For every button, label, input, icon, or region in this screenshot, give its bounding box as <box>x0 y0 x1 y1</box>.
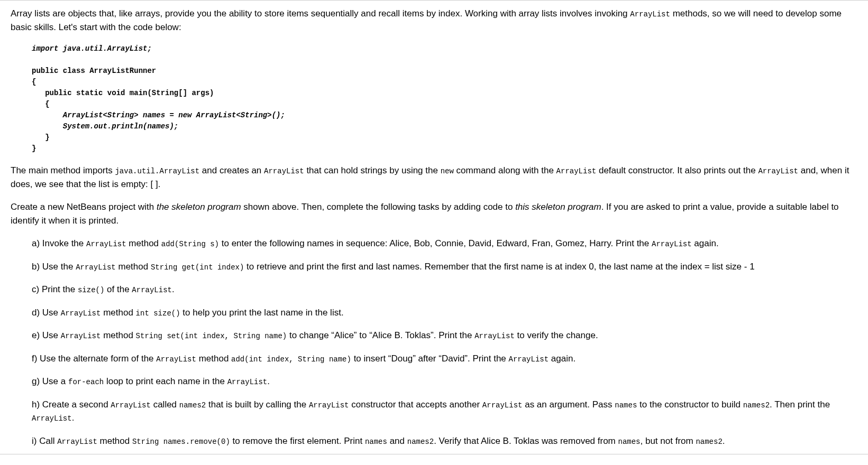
text: a) Invoke the <box>32 238 86 248</box>
text: c) Print the <box>32 284 78 294</box>
code: ArrayList <box>132 286 172 294</box>
text: . <box>172 284 175 294</box>
text: to enter the following names in sequence… <box>219 238 652 248</box>
text: to the constructor to build <box>637 399 743 410</box>
text: . Verify that Alice B. Toklas was remove… <box>434 436 618 446</box>
text: b) Use the <box>32 262 76 272</box>
text: constructor that accepts another <box>349 399 482 410</box>
task-a: a) Invoke the ArrayList method add(Strin… <box>32 237 857 250</box>
intro-text: Array lists are objects that, like array… <box>11 8 630 18</box>
text: of the <box>104 284 132 294</box>
text: method <box>126 238 161 248</box>
text: h) Create a second <box>32 399 111 410</box>
text: , but not from <box>641 436 696 446</box>
code-line: System.out.println(names); <box>32 122 178 131</box>
code: names2 <box>743 401 770 410</box>
text: to remove the first element. Print <box>230 436 365 446</box>
text: . <box>267 376 270 386</box>
code: ArrayList <box>61 309 101 318</box>
code: names <box>615 401 637 410</box>
code: String names.remove(0) <box>132 438 230 446</box>
code: ArrayList <box>474 332 515 340</box>
text: and creates an <box>199 165 264 175</box>
text: method <box>97 436 132 446</box>
code-line: } <box>32 144 36 153</box>
code: ArrayList <box>482 401 523 410</box>
text: e) Use <box>32 330 61 340</box>
code: ArrayList <box>156 355 196 364</box>
code: names <box>618 438 640 446</box>
code: ArrayList <box>76 263 116 272</box>
code: String set(int index, String name) <box>136 332 287 340</box>
code-arraylist: ArrayList <box>630 10 670 18</box>
code-line: { <box>32 100 50 108</box>
code: names2 <box>696 438 722 446</box>
text: to help you print the last name in the l… <box>180 308 344 318</box>
code-line: import java.util.ArrayList; <box>32 44 152 53</box>
text: g) Use a <box>32 376 68 386</box>
code-new: new <box>441 167 454 175</box>
text: f) Use the alternate form of the <box>32 354 156 364</box>
code-arraylist: ArrayList <box>264 167 304 175</box>
task-c: c) Print the size() of the ArrayList. <box>32 283 857 296</box>
text: as an argument. Pass <box>522 399 615 410</box>
code: ArrayList <box>652 240 692 248</box>
code-line: public static void main(String[] args) <box>32 89 214 97</box>
skeleton-code-block: import java.util.ArrayList; public class… <box>32 43 857 154</box>
text: . Then print the <box>770 399 830 410</box>
code: size() <box>78 286 104 294</box>
code-arraylist: ArrayList <box>556 167 597 175</box>
code: ArrayList <box>57 438 97 446</box>
code: names2 <box>179 401 206 410</box>
code-line: } <box>32 133 50 142</box>
code: add(String s) <box>161 240 219 248</box>
task-e: e) Use ArrayList method String set(int i… <box>32 329 857 342</box>
code: ArrayList <box>86 240 126 248</box>
code-line: ArrayList<String> names = new ArrayList<… <box>32 111 285 119</box>
italic-text: this skeleton program <box>515 202 601 212</box>
text: method <box>100 308 135 318</box>
text: to change “Alice” to “Alice B. Toklas”. … <box>287 330 474 340</box>
code: String get(int index) <box>151 263 244 272</box>
text: . <box>723 436 725 446</box>
code-arraylist: ArrayList <box>758 167 798 175</box>
code: ArrayList <box>111 401 151 410</box>
code-import: java.util.ArrayList <box>115 167 199 175</box>
code: add(int index, String name) <box>231 355 351 364</box>
text: method <box>116 262 151 272</box>
text: i) Call <box>32 436 57 446</box>
explain-paragraph: The main method imports java.util.ArrayL… <box>11 164 857 191</box>
italic-text: the skeleton program <box>157 202 241 212</box>
code: names2 <box>407 438 434 446</box>
text: method <box>100 330 135 340</box>
text: default constructor. It also prints out … <box>596 165 758 175</box>
code: for-each <box>68 378 104 386</box>
text: called <box>151 399 179 410</box>
task-g: g) Use a for-each loop to print each nam… <box>32 375 857 388</box>
text: shown above. Then, complete the followin… <box>241 202 516 212</box>
intro-paragraph: Array lists are objects that, like array… <box>11 7 857 34</box>
code: ArrayList <box>309 401 349 410</box>
code: int size() <box>136 309 180 318</box>
code: ArrayList <box>32 414 72 423</box>
instruction-paragraph: Create a new NetBeans project with the s… <box>11 200 857 227</box>
task-h: h) Create a second ArrayList called name… <box>32 398 857 425</box>
text: that can hold strings by using the <box>304 165 441 175</box>
task-d: d) Use ArrayList method int size() to he… <box>32 306 857 320</box>
code: ArrayList <box>61 332 101 340</box>
text: to insert “Doug” after “David”. Print th… <box>351 354 509 364</box>
text: The main method imports <box>11 165 115 175</box>
text: . <box>72 413 75 423</box>
code-line: public class ArrayListRunner <box>32 67 156 75</box>
text: d) Use <box>32 308 61 318</box>
text: again. <box>692 238 719 248</box>
code: ArrayList <box>227 378 268 386</box>
code-line: { <box>32 78 36 86</box>
task-b: b) Use the ArrayList method String get(i… <box>32 260 857 274</box>
text: method <box>196 354 231 364</box>
code: ArrayList <box>509 355 549 364</box>
task-i: i) Call ArrayList method String names.re… <box>32 434 857 448</box>
text: Create a new NetBeans project with <box>11 202 157 212</box>
task-f: f) Use the alternate form of the ArrayLi… <box>32 352 857 366</box>
text: that is built by calling the <box>206 399 309 410</box>
